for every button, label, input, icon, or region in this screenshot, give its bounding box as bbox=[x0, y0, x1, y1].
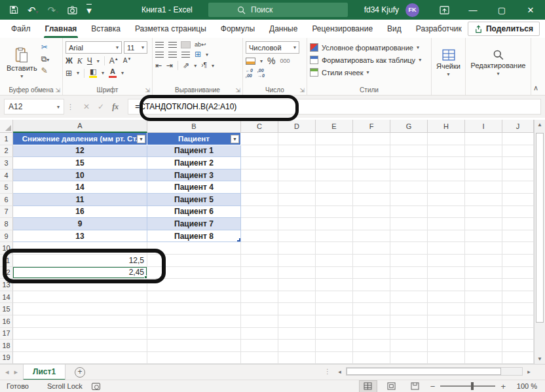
increase-indent-button[interactable]: ⇥ bbox=[166, 62, 173, 69]
cell-I5[interactable] bbox=[465, 181, 502, 194]
cell-G11[interactable] bbox=[390, 255, 428, 267]
cell-I7[interactable] bbox=[465, 206, 502, 219]
cell-A17[interactable] bbox=[13, 328, 147, 340]
cell-A19[interactable] bbox=[13, 352, 147, 365]
tab-Данные[interactable]: Данные bbox=[262, 20, 305, 38]
cell-D17[interactable] bbox=[278, 328, 316, 340]
decrease-decimal-button[interactable]: ,00→0 bbox=[257, 68, 265, 78]
styles-item-1[interactable]: Условное форматирование▾ bbox=[310, 41, 428, 54]
new-sheet-icon[interactable]: + bbox=[75, 367, 85, 378]
cell-E3[interactable] bbox=[316, 157, 353, 169]
cell-A16[interactable] bbox=[13, 315, 147, 328]
row-header-15[interactable]: 15 bbox=[0, 303, 13, 315]
avatar[interactable]: FK bbox=[405, 3, 419, 17]
cell-A12[interactable]: 2,45 bbox=[13, 267, 147, 279]
cell-H11[interactable] bbox=[428, 255, 465, 267]
cell-A1[interactable]: Снижение давления (мм рт. Ст.▼ bbox=[13, 133, 147, 145]
cell-A3[interactable]: 15 bbox=[13, 157, 147, 169]
row-header-17[interactable]: 17 bbox=[0, 328, 13, 340]
column-header-C[interactable]: C bbox=[241, 120, 278, 133]
cell-E15[interactable] bbox=[316, 303, 353, 315]
cell-H13[interactable] bbox=[428, 279, 465, 291]
cell-E1[interactable] bbox=[316, 133, 353, 145]
scroll-right-icon[interactable]: ▸ bbox=[524, 368, 534, 375]
cell-F13[interactable] bbox=[353, 279, 390, 291]
row-header-10[interactable]: 10 bbox=[0, 242, 13, 255]
tab-Главная[interactable]: Главная bbox=[38, 20, 85, 38]
styles-item-2[interactable]: Форматировать как таблицу▾ bbox=[310, 54, 428, 66]
scroll-left-icon[interactable]: ◂ bbox=[335, 368, 345, 375]
cell-I13[interactable] bbox=[465, 279, 502, 291]
cell-C2[interactable] bbox=[241, 145, 278, 158]
cell-C17[interactable] bbox=[241, 328, 278, 340]
cell-G10[interactable] bbox=[390, 242, 428, 255]
cell-D4[interactable] bbox=[278, 169, 316, 182]
copy-icon[interactable]: ⧉▾ bbox=[41, 55, 50, 63]
cells-button[interactable]: Ячейки ▾ bbox=[434, 41, 462, 84]
cell-D11[interactable] bbox=[278, 255, 316, 267]
cell-J19[interactable] bbox=[502, 352, 534, 365]
zoom-track[interactable] bbox=[440, 385, 495, 387]
tab-Разметка страницы[interactable]: Разметка страницы bbox=[128, 20, 214, 38]
cell-I6[interactable] bbox=[465, 194, 502, 206]
cell-A8[interactable]: 9 bbox=[13, 218, 147, 230]
align-middle-button[interactable] bbox=[168, 42, 177, 48]
row-header-14[interactable]: 14 bbox=[0, 291, 13, 304]
cell-C9[interactable] bbox=[241, 230, 278, 243]
cell-B14[interactable] bbox=[147, 291, 241, 304]
close-button[interactable]: ✕ bbox=[516, 0, 545, 20]
cell-J13[interactable] bbox=[502, 279, 534, 291]
cell-D2[interactable] bbox=[278, 145, 316, 158]
undo-icon[interactable]: ↶▾ bbox=[28, 5, 39, 15]
row-header-3[interactable]: 3 bbox=[0, 157, 13, 169]
cell-F12[interactable] bbox=[353, 267, 390, 279]
align-right-button[interactable] bbox=[181, 52, 190, 58]
cell-H12[interactable] bbox=[428, 267, 465, 279]
align-bottom-button[interactable] bbox=[181, 42, 190, 48]
cell-G9[interactable] bbox=[390, 230, 428, 243]
cell-H2[interactable] bbox=[428, 145, 465, 158]
merge-center-button[interactable]: ⊞ bbox=[195, 50, 201, 58]
zoom-in-icon[interactable]: + bbox=[500, 382, 506, 391]
cell-H7[interactable] bbox=[428, 206, 465, 219]
accounting-format-icon[interactable] bbox=[246, 58, 255, 65]
cell-A14[interactable] bbox=[13, 291, 147, 304]
cell-J14[interactable] bbox=[502, 291, 534, 304]
bold-button[interactable]: Ж bbox=[66, 57, 73, 65]
cell-I2[interactable] bbox=[465, 145, 502, 158]
vertical-scrollbar[interactable]: ▲ ▼ bbox=[534, 120, 545, 364]
cell-B15[interactable] bbox=[147, 303, 241, 315]
scrollbar-resize-handle[interactable]: ⋮ bbox=[324, 368, 331, 375]
cell-F8[interactable] bbox=[353, 218, 390, 230]
column-header-J[interactable]: J bbox=[502, 120, 534, 133]
cell-C3[interactable] bbox=[241, 157, 278, 169]
cell-G5[interactable] bbox=[390, 181, 428, 194]
filter-button-A[interactable]: ▼ bbox=[137, 135, 145, 143]
number-dialog-launcher-icon[interactable]: ⇲ bbox=[299, 87, 305, 94]
select-all-corner[interactable] bbox=[0, 120, 13, 133]
clipboard-dialog-launcher-icon[interactable]: ⇲ bbox=[55, 87, 60, 94]
cell-D12[interactable] bbox=[278, 267, 316, 279]
column-header-I[interactable]: I bbox=[465, 120, 502, 133]
cell-B4[interactable]: Пациент 3 bbox=[147, 169, 241, 182]
normal-view-button[interactable] bbox=[360, 381, 377, 392]
cell-J16[interactable] bbox=[502, 315, 534, 328]
row-header-6[interactable]: 6 bbox=[0, 194, 13, 206]
cell-A15[interactable] bbox=[13, 303, 147, 315]
cell-B5[interactable]: Пациент 4 bbox=[147, 181, 241, 194]
macro-record-icon[interactable] bbox=[92, 383, 100, 390]
cell-J4[interactable] bbox=[502, 169, 534, 182]
underline-button[interactable]: Ч bbox=[87, 57, 92, 65]
cell-C5[interactable] bbox=[241, 181, 278, 194]
cell-D6[interactable] bbox=[278, 194, 316, 206]
cell-E4[interactable] bbox=[316, 169, 353, 182]
column-header-B[interactable]: B bbox=[147, 120, 241, 133]
formula-bar-splitter[interactable]: ⋮ bbox=[67, 103, 74, 111]
cell-E7[interactable] bbox=[316, 206, 353, 219]
cell-F16[interactable] bbox=[353, 315, 390, 328]
orientation-chevron-icon[interactable]: ▾ bbox=[194, 63, 197, 69]
column-header-F[interactable]: F bbox=[353, 120, 390, 133]
cell-D19[interactable] bbox=[278, 352, 316, 365]
row-header-13[interactable]: 13 bbox=[0, 279, 13, 291]
cell-E6[interactable] bbox=[316, 194, 353, 206]
